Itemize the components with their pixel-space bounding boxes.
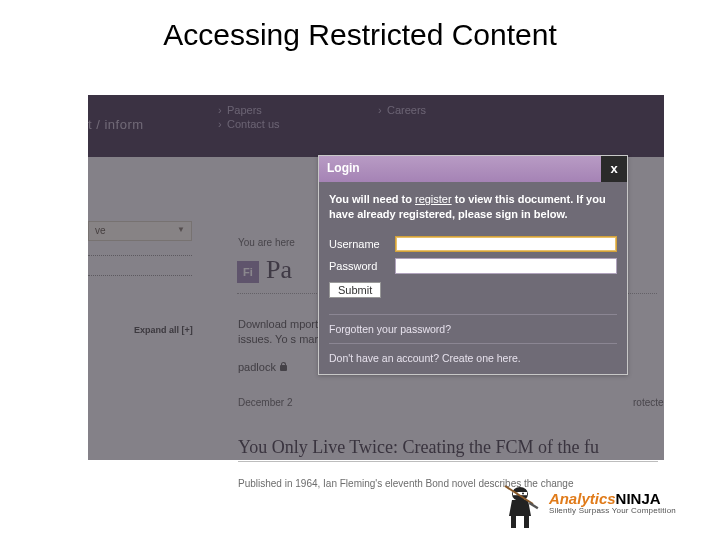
tagline: Silently Surpass Your Competition (549, 505, 676, 517)
brand-line: AnalyticsNINJA (549, 493, 676, 505)
modal-divider (329, 314, 617, 315)
submit-button[interactable]: Submit (329, 282, 381, 298)
modal-message: You will need to register to view this d… (329, 192, 617, 222)
msg-prefix: You will need to (329, 193, 415, 205)
username-input[interactable] (395, 236, 617, 252)
footer-logo: AnalyticsNINJA Silently Surpass Your Com… (497, 480, 676, 530)
svg-point-3 (522, 493, 524, 495)
password-input[interactable] (395, 258, 617, 274)
ninja-icon (497, 480, 543, 530)
logo-text: AnalyticsNINJA Silently Surpass Your Com… (549, 493, 676, 517)
username-label: Username (329, 238, 395, 250)
modal-header: Login x (319, 156, 627, 182)
modal-title: Login (327, 161, 360, 175)
svg-rect-6 (511, 516, 516, 528)
password-row: Password (329, 258, 617, 274)
svg-rect-5 (529, 502, 539, 509)
article-divider (238, 461, 658, 462)
svg-rect-7 (524, 516, 529, 528)
modal-body: You will need to register to view this d… (319, 182, 627, 374)
create-account-link[interactable]: Don't have an account? Create one here. (329, 350, 617, 366)
slide: Accessing Restricted Content t / inform … (0, 0, 720, 540)
forgot-password-link[interactable]: Forgotten your password? (329, 321, 617, 337)
login-modal: Login x You will need to register to vie… (318, 155, 628, 375)
register-link[interactable]: register (415, 193, 452, 205)
password-label: Password (329, 260, 395, 272)
close-button[interactable]: x (601, 156, 627, 182)
modal-divider (329, 343, 617, 344)
screenshot-region: t / inform ›Papers ›Contact us ›Careers … (88, 95, 664, 460)
username-row: Username (329, 236, 617, 252)
slide-title: Accessing Restricted Content (0, 18, 720, 52)
